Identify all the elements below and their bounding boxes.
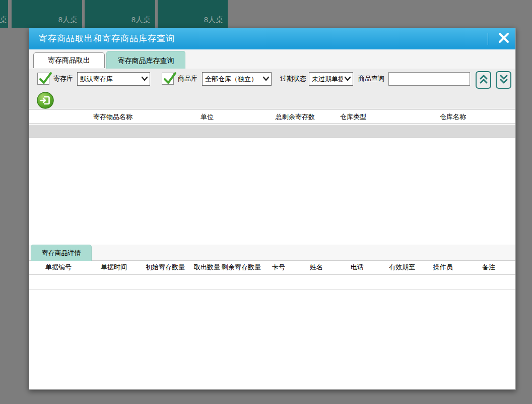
column-header[interactable]: 初始寄存数量: [146, 261, 185, 274]
dialog-title: 寄存商品取出和寄存商品库存查询: [39, 28, 175, 49]
tab-label: 寄存商品库存查询: [118, 56, 174, 65]
column-header[interactable]: 总剩余寄存数: [276, 110, 315, 124]
dialog-titlebar: 寄存商品取出和寄存商品库存查询: [29, 28, 515, 49]
refresh-query-button[interactable]: [37, 92, 54, 109]
table-tile-label: 8人桌: [204, 15, 223, 25]
column-header[interactable]: 仓库类型: [340, 110, 366, 124]
inventory-table-empty-row[interactable]: [29, 125, 515, 138]
table-tile[interactable]: 8人桌: [12, 0, 82, 28]
column-header[interactable]: 有效期至: [389, 261, 415, 274]
table-tile-label: 桌: [0, 15, 7, 25]
tab-label: 寄存商品详情: [42, 249, 81, 257]
product-store-select[interactable]: 全部仓库（独立）: [202, 72, 272, 86]
chevron-down-icon: [141, 76, 148, 83]
column-header[interactable]: 卡号: [272, 261, 285, 274]
close-button[interactable]: [494, 28, 514, 49]
export-document-icon: [37, 102, 54, 110]
filter-panel: 寄存库 默认寄存库 商品库 全部仓库（独立） 过期状态 未过期单据: [29, 69, 515, 109]
product-store-checkbox[interactable]: [162, 73, 174, 85]
tab-deposit-detail[interactable]: 寄存商品详情: [31, 245, 92, 261]
inventory-table-header: 寄存物品名称 单位 总剩余寄存数 仓库类型 仓库名称: [29, 110, 515, 124]
tab-deposit-inventory-query[interactable]: 寄存商品库存查询: [106, 51, 185, 70]
combo-value: 默认寄存库: [80, 73, 140, 85]
table-tile-label: 8人桌: [131, 15, 151, 25]
expiry-status-select[interactable]: 未过期单据: [309, 72, 353, 86]
detail-table-header: 单据编号 单据时间 初始寄存数量 取出数量 剩余寄存数量 卡号 姓名 电话 有效…: [29, 261, 515, 274]
deposit-store-select[interactable]: 默认寄存库: [77, 72, 150, 86]
chevron-down-icon: [262, 76, 270, 83]
tab-deposit-takeout[interactable]: 寄存商品取出: [33, 52, 105, 68]
column-header[interactable]: 备注: [482, 261, 495, 274]
column-header[interactable]: 取出数量: [194, 261, 220, 274]
column-header[interactable]: 单据编号: [45, 261, 72, 274]
scroll-down-button[interactable]: [496, 71, 511, 89]
column-header[interactable]: 剩余寄存数量: [222, 261, 261, 274]
product-store-label: 商品库: [178, 73, 197, 85]
deposit-store-label: 寄存库: [53, 73, 73, 85]
column-header[interactable]: 单据时间: [101, 261, 127, 274]
expiry-status-label: 过期状态: [280, 73, 306, 85]
combo-value: 未过期单据: [312, 73, 343, 85]
dialog-tabstrip: 寄存商品取出 寄存商品库存查询: [29, 50, 515, 69]
deposit-store-checkbox[interactable]: [37, 73, 49, 85]
column-header[interactable]: 电话: [351, 261, 364, 274]
table-tile-label: 8人桌: [58, 15, 78, 25]
table-tile[interactable]: 8人桌: [85, 0, 155, 28]
detail-table-empty-row[interactable]: [29, 275, 515, 290]
table-tile[interactable]: 8人桌: [158, 0, 228, 28]
double-chevron-down-icon: [499, 74, 509, 87]
column-header[interactable]: 寄存物品名称: [93, 110, 132, 124]
close-icon: [498, 32, 510, 46]
table-tile-partial[interactable]: 桌: [0, 0, 8, 28]
product-search-label: 商品查询: [358, 73, 384, 85]
column-header[interactable]: 操作员: [433, 261, 453, 274]
combo-value: 全部仓库（独立）: [205, 73, 261, 85]
scroll-up-button[interactable]: [476, 71, 491, 89]
titlebar-separator: [488, 33, 488, 45]
column-header[interactable]: 仓库名称: [440, 110, 466, 124]
product-search-input[interactable]: [388, 72, 470, 86]
double-chevron-up-icon: [479, 74, 489, 87]
detail-tabstrip: 寄存商品详情: [29, 245, 515, 261]
deposit-query-dialog: 寄存商品取出和寄存商品库存查询 寄存商品取出 寄存商品库存查询: [29, 28, 516, 390]
column-header[interactable]: 单位: [201, 110, 214, 124]
tab-label: 寄存商品取出: [48, 56, 90, 64]
column-header[interactable]: 姓名: [310, 261, 323, 274]
chevron-down-icon: [344, 76, 351, 83]
